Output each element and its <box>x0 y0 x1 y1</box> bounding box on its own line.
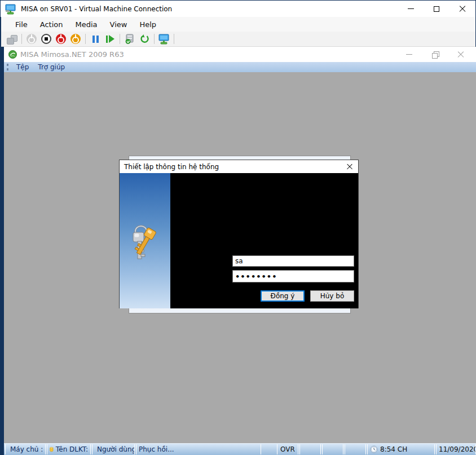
close-icon <box>459 6 466 12</box>
app-minimize-button[interactable] <box>402 49 416 60</box>
revert-icon <box>139 34 149 44</box>
password-input[interactable] <box>232 270 354 282</box>
checkpoint-button[interactable] <box>122 32 137 46</box>
statusbar-time-panel: 8:54 CH <box>367 444 435 454</box>
shut-down-icon <box>56 34 66 44</box>
app-restore-button[interactable] <box>427 49 442 60</box>
statusbar-date-panel: 11/09/2020 <box>436 444 476 454</box>
enhanced-session-button[interactable] <box>157 32 171 46</box>
app-statusbar: Máy chủ : Tên DLKT: Người dùng: Phục hồi… <box>4 443 476 455</box>
dialog-body: Đồng ý Hủy bỏ <box>120 173 358 308</box>
save-state-button[interactable] <box>68 32 83 46</box>
ctrl-alt-del-icon <box>7 35 17 43</box>
vmconnect-menubar: File Action Media View Help <box>1 17 475 32</box>
maximize-button[interactable] <box>424 1 449 17</box>
statusbar-user-panel: Người dùng: <box>92 444 135 454</box>
statusbar-empty-panel <box>299 444 321 454</box>
app-close-button[interactable] <box>453 49 468 60</box>
start-power-icon <box>27 34 37 44</box>
reset-icon <box>106 35 114 43</box>
ovr-indicator: OVR <box>280 445 295 453</box>
revert-button[interactable] <box>137 32 152 46</box>
ok-button[interactable]: Đồng ý <box>261 290 305 302</box>
hyperv-vm-icon <box>5 3 16 15</box>
statusbar-status-panel: Phục hồi... <box>136 444 261 454</box>
toolbar-grip-icon <box>7 64 8 70</box>
dialog-close-button[interactable] <box>341 161 358 173</box>
statusbar-db-panel: Tên DLKT: <box>47 444 91 454</box>
save-state-icon <box>70 34 81 44</box>
menu-tro-giup[interactable]: Trợ giúp <box>33 63 69 72</box>
username-input[interactable] <box>232 255 354 267</box>
toolbar-separator <box>21 34 22 44</box>
vm-connection-window: MISA on SRV01 - Virtual Machine Connecti… <box>0 0 476 455</box>
enhanced-session-icon <box>158 34 170 45</box>
minimize-icon <box>406 54 412 55</box>
dialog-title: Thiết lập thông tin hệ thống <box>124 163 219 171</box>
menu-action[interactable]: Action <box>34 18 69 31</box>
clock-icon <box>370 445 378 453</box>
toolbar-separator <box>154 34 155 44</box>
status-text: Phục hồi... <box>139 445 174 453</box>
system-setup-dialog: Thiết lập thông tin hệ thống <box>119 160 359 308</box>
reset-button[interactable] <box>103 32 117 46</box>
statusbar-empty-panel <box>322 444 343 454</box>
app-client-area: Thiết lập thông tin hệ thống <box>4 72 476 443</box>
turn-off-button[interactable] <box>39 32 54 46</box>
date-value: 11/09/2020 <box>439 445 476 453</box>
close-icon <box>457 51 464 58</box>
server-label: Máy chủ : <box>10 445 43 453</box>
toolbar-separator <box>120 34 120 44</box>
time-value: 8:54 CH <box>380 445 407 453</box>
db-label: Tên DLKT: <box>56 445 88 453</box>
dialog-titlebar[interactable]: Thiết lập thông tin hệ thống <box>120 160 358 173</box>
keys-icon <box>131 224 159 267</box>
ctrl-alt-del-button[interactable] <box>5 32 19 46</box>
vmconnect-toolbar <box>1 32 475 47</box>
shut-down-button[interactable] <box>54 32 68 46</box>
app-window-title: MISA Mimosa.NET 2009 R63 <box>20 50 124 59</box>
database-icon <box>50 445 54 453</box>
menu-tep[interactable]: Tệp <box>12 63 33 72</box>
checkpoint-icon <box>125 34 135 44</box>
statusbar-ovr-panel: OVR <box>277 444 298 454</box>
menu-help[interactable]: Help <box>133 18 162 31</box>
cancel-button[interactable]: Hủy bỏ <box>310 290 354 302</box>
menu-file[interactable]: File <box>9 18 34 31</box>
close-button[interactable] <box>449 1 475 17</box>
dialog-side-banner <box>120 173 170 308</box>
start-vm-button[interactable] <box>24 32 39 46</box>
statusbar-empty-panel <box>345 444 366 454</box>
window-title: MISA on SRV01 - Virtual Machine Connecti… <box>21 5 172 13</box>
vmconnect-titlebar[interactable]: MISA on SRV01 - Virtual Machine Connecti… <box>1 1 475 17</box>
minimize-icon <box>408 8 414 9</box>
misa-app-titlebar[interactable]: MISA Mimosa.NET 2009 R63 <box>4 47 476 62</box>
close-icon <box>347 164 353 170</box>
menu-media[interactable]: Media <box>69 18 103 31</box>
pause-button[interactable] <box>88 32 103 46</box>
toolbar-separator <box>174 34 174 44</box>
statusbar-spacer <box>261 444 276 454</box>
vm-guest-screen: MISA Mimosa.NET 2009 R63 Tệp Trợ giúp Th… <box>4 47 476 455</box>
toolbar-separator <box>85 34 86 44</box>
dialog-form-area: Đồng ý Hủy bỏ <box>170 173 358 308</box>
minimize-button[interactable] <box>398 1 424 17</box>
turn-off-icon <box>41 34 51 44</box>
menu-view[interactable]: View <box>104 18 134 31</box>
misa-app-menubar: Tệp Trợ giúp <box>4 62 476 72</box>
statusbar-server-panel: Máy chủ : <box>5 444 46 454</box>
restore-icon <box>432 51 438 58</box>
user-label: Người dùng: <box>97 445 135 453</box>
maximize-icon <box>434 6 439 12</box>
pause-icon <box>92 36 99 43</box>
misa-logo-icon <box>8 50 17 59</box>
